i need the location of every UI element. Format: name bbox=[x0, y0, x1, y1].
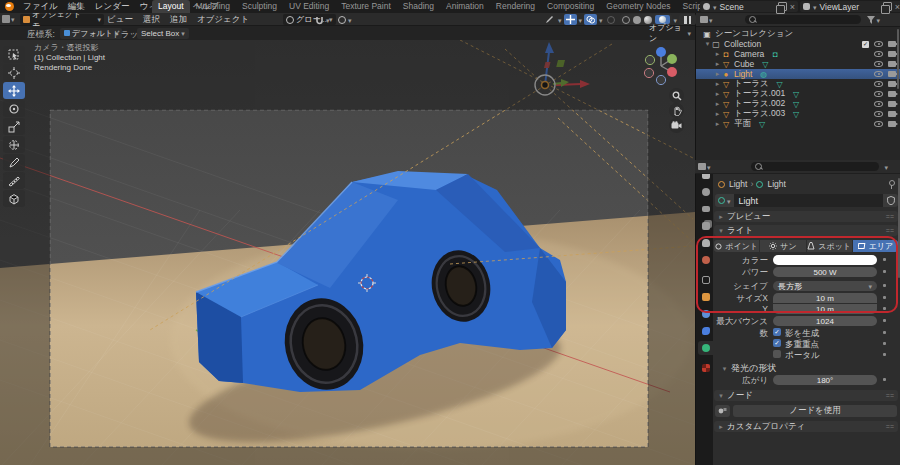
xray-toggle[interactable] bbox=[605, 14, 618, 25]
animate-dot[interactable] bbox=[883, 296, 886, 299]
tool-transform[interactable] bbox=[3, 136, 25, 153]
spread-field[interactable]: 180° bbox=[773, 375, 877, 385]
shadow-checkbox[interactable] bbox=[773, 328, 781, 336]
collection-checkbox[interactable] bbox=[862, 41, 869, 48]
expand-icon[interactable] bbox=[714, 60, 721, 68]
portal-checkbox[interactable] bbox=[773, 350, 781, 358]
subpanel-spread[interactable]: 発光の形状 bbox=[721, 362, 776, 375]
tab-modifiers[interactable] bbox=[698, 307, 713, 321]
close-icon[interactable] bbox=[895, 2, 900, 12]
tab-uv-editing[interactable]: UV Editing bbox=[283, 0, 335, 13]
panel-light[interactable]: ライト == bbox=[714, 225, 898, 236]
axis-neg-z-handle[interactable] bbox=[656, 75, 665, 84]
animate-dot[interactable] bbox=[883, 331, 886, 334]
light-type-spot[interactable]: スポット bbox=[807, 240, 852, 252]
eye-icon[interactable] bbox=[874, 71, 883, 77]
mode-dropdown[interactable]: オブジェクトモ... bbox=[20, 14, 104, 25]
axis-y-handle[interactable] bbox=[667, 54, 677, 64]
shading-wireframe-icon[interactable] bbox=[622, 16, 630, 24]
tool-cursor[interactable] bbox=[3, 64, 25, 81]
animate-dot[interactable] bbox=[883, 270, 886, 273]
outliner-row-light[interactable]: ● Light ◍ bbox=[696, 69, 900, 79]
snap-toggle[interactable] bbox=[315, 15, 330, 25]
light-type-sun[interactable]: サン bbox=[760, 240, 805, 252]
render-visibility-icon[interactable] bbox=[888, 101, 896, 107]
scene-selector[interactable]: Scene bbox=[700, 1, 798, 12]
animate-dot[interactable] bbox=[883, 378, 886, 381]
tab-view-layer[interactable] bbox=[698, 219, 713, 233]
properties-editor-type[interactable] bbox=[698, 162, 711, 172]
expand-icon[interactable] bbox=[714, 70, 721, 78]
breadcrumb-data[interactable]: Light bbox=[767, 179, 785, 189]
expand-icon[interactable] bbox=[714, 100, 721, 108]
tab-collection[interactable] bbox=[698, 273, 713, 287]
annotate-visibility-button[interactable] bbox=[543, 14, 556, 25]
tool-select-box[interactable] bbox=[3, 46, 25, 63]
pin-icon[interactable] bbox=[889, 180, 895, 186]
3d-viewport[interactable]: カメラ・透視投影 (1) Collection | Light Renderin… bbox=[0, 40, 695, 465]
node-icon-button[interactable] bbox=[715, 405, 730, 417]
tab-texture-paint[interactable]: Texture Paint bbox=[335, 0, 397, 13]
new-viewlayer-icon[interactable] bbox=[883, 2, 892, 11]
outliner-row-plane[interactable]: ▽ 平面 ▽ bbox=[696, 119, 900, 129]
tab-texture[interactable] bbox=[698, 361, 713, 375]
fake-user-button[interactable] bbox=[883, 194, 898, 207]
render-visibility-icon[interactable] bbox=[888, 81, 896, 87]
eye-icon[interactable] bbox=[874, 81, 883, 87]
sizex-field[interactable]: 10 m bbox=[773, 293, 877, 303]
axis-z-handle[interactable] bbox=[656, 47, 666, 57]
tab-physics[interactable] bbox=[698, 324, 713, 338]
tool-annotate[interactable] bbox=[3, 154, 25, 171]
render-visibility-icon[interactable] bbox=[888, 121, 896, 127]
tab-render[interactable] bbox=[698, 185, 713, 199]
tool-rotate[interactable] bbox=[3, 100, 25, 117]
use-nodes-button[interactable]: ノードを使用 bbox=[733, 405, 897, 417]
tab-sculpting[interactable]: Sculpting bbox=[236, 0, 283, 13]
tab-layout[interactable]: Layout bbox=[152, 0, 190, 13]
animate-dot[interactable] bbox=[883, 342, 886, 345]
eye-icon[interactable] bbox=[874, 121, 883, 127]
eye-icon[interactable] bbox=[874, 101, 883, 107]
bounces-field[interactable]: 1024 bbox=[773, 316, 877, 326]
expand-icon[interactable] bbox=[714, 120, 721, 128]
animate-dot[interactable] bbox=[883, 319, 886, 322]
axis-neg-y-handle[interactable] bbox=[645, 55, 654, 64]
color-swatch[interactable] bbox=[773, 255, 877, 265]
outliner-scrollbar[interactable] bbox=[897, 29, 899, 89]
outliner-row-cube[interactable]: ▽ Cube ▽ bbox=[696, 59, 900, 69]
tab-compositing[interactable]: Compositing bbox=[541, 0, 600, 13]
panel-nodes[interactable]: ノード == bbox=[714, 390, 898, 401]
breadcrumb-object[interactable]: Light bbox=[729, 179, 747, 189]
tab-object-data[interactable] bbox=[698, 341, 713, 355]
sizey-field[interactable]: 10 m bbox=[773, 304, 877, 314]
tab-geometry-nodes[interactable]: Geometry Nodes bbox=[600, 0, 676, 13]
render-visibility-icon[interactable] bbox=[888, 51, 896, 57]
tool-move[interactable] bbox=[3, 82, 25, 99]
eye-icon[interactable] bbox=[874, 61, 883, 67]
light-type-dropdown[interactable] bbox=[715, 194, 734, 207]
render-visibility-icon[interactable] bbox=[888, 61, 896, 67]
shading-solid-icon[interactable] bbox=[633, 16, 641, 24]
overlays-toggle[interactable] bbox=[584, 14, 597, 25]
eye-icon[interactable] bbox=[874, 111, 883, 117]
shape-dropdown[interactable]: 長方形 bbox=[773, 281, 877, 291]
options-dropdown[interactable]: オプション bbox=[645, 28, 695, 39]
tab-world[interactable] bbox=[698, 253, 713, 267]
expand-icon[interactable] bbox=[714, 80, 721, 88]
light-type-point[interactable]: ポイント bbox=[714, 240, 759, 252]
collection-row[interactable]: ▢ Collection bbox=[696, 39, 900, 49]
tab-output[interactable] bbox=[698, 202, 713, 216]
new-scene-icon[interactable] bbox=[778, 2, 787, 11]
tool-measure[interactable] bbox=[3, 172, 25, 189]
render-visibility-icon[interactable] bbox=[888, 41, 896, 47]
menu-render[interactable]: レンダー bbox=[90, 0, 135, 13]
outliner-row-torus[interactable]: ▽ トーラス ▽ bbox=[696, 79, 900, 89]
animate-dot[interactable] bbox=[883, 307, 886, 310]
eye-icon[interactable] bbox=[874, 91, 883, 97]
panel-custom-properties[interactable]: カスタムプロパティ == bbox=[714, 421, 898, 432]
render-visibility-icon[interactable] bbox=[888, 111, 896, 117]
outliner-row-torus001[interactable]: ▽ トーラス.001 ▽ bbox=[696, 89, 900, 99]
tab-rendering[interactable]: Rendering bbox=[490, 0, 541, 13]
scene-collection-row[interactable]: ▣ シーンコレクション bbox=[696, 29, 900, 39]
nav-gizmo[interactable] bbox=[639, 44, 683, 88]
